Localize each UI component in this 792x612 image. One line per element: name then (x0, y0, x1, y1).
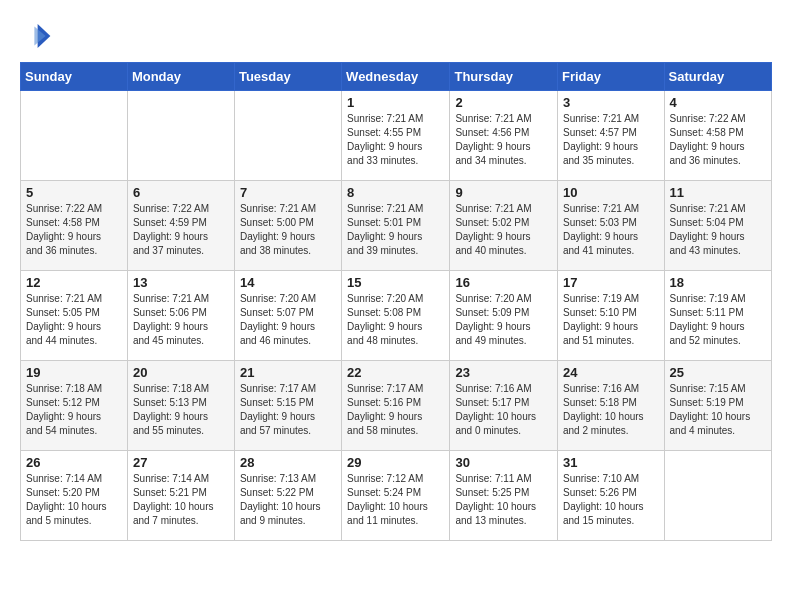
day-info: Sunrise: 7:20 AM Sunset: 5:09 PM Dayligh… (455, 292, 552, 348)
day-number: 17 (563, 275, 659, 290)
day-number: 16 (455, 275, 552, 290)
calendar-cell: 6Sunrise: 7:22 AM Sunset: 4:59 PM Daylig… (127, 181, 234, 271)
day-info: Sunrise: 7:19 AM Sunset: 5:11 PM Dayligh… (670, 292, 766, 348)
day-number: 20 (133, 365, 229, 380)
calendar-cell: 13Sunrise: 7:21 AM Sunset: 5:06 PM Dayli… (127, 271, 234, 361)
calendar-cell: 21Sunrise: 7:17 AM Sunset: 5:15 PM Dayli… (234, 361, 341, 451)
calendar-cell: 24Sunrise: 7:16 AM Sunset: 5:18 PM Dayli… (558, 361, 665, 451)
day-number: 14 (240, 275, 336, 290)
calendar-cell (127, 91, 234, 181)
day-info: Sunrise: 7:18 AM Sunset: 5:13 PM Dayligh… (133, 382, 229, 438)
calendar-cell: 17Sunrise: 7:19 AM Sunset: 5:10 PM Dayli… (558, 271, 665, 361)
calendar-cell: 12Sunrise: 7:21 AM Sunset: 5:05 PM Dayli… (21, 271, 128, 361)
day-info: Sunrise: 7:21 AM Sunset: 5:04 PM Dayligh… (670, 202, 766, 258)
calendar-cell: 5Sunrise: 7:22 AM Sunset: 4:58 PM Daylig… (21, 181, 128, 271)
day-info: Sunrise: 7:12 AM Sunset: 5:24 PM Dayligh… (347, 472, 444, 528)
day-number: 11 (670, 185, 766, 200)
day-info: Sunrise: 7:22 AM Sunset: 4:59 PM Dayligh… (133, 202, 229, 258)
calendar-cell: 23Sunrise: 7:16 AM Sunset: 5:17 PM Dayli… (450, 361, 558, 451)
day-info: Sunrise: 7:20 AM Sunset: 5:07 PM Dayligh… (240, 292, 336, 348)
calendar-cell (234, 91, 341, 181)
day-number: 27 (133, 455, 229, 470)
day-number: 24 (563, 365, 659, 380)
calendar-cell (21, 91, 128, 181)
calendar-cell: 11Sunrise: 7:21 AM Sunset: 5:04 PM Dayli… (664, 181, 771, 271)
page-container: SundayMondayTuesdayWednesdayThursdayFrid… (20, 20, 772, 541)
day-number: 30 (455, 455, 552, 470)
day-info: Sunrise: 7:16 AM Sunset: 5:18 PM Dayligh… (563, 382, 659, 438)
day-info: Sunrise: 7:15 AM Sunset: 5:19 PM Dayligh… (670, 382, 766, 438)
day-number: 22 (347, 365, 444, 380)
day-number: 9 (455, 185, 552, 200)
calendar-cell: 25Sunrise: 7:15 AM Sunset: 5:19 PM Dayli… (664, 361, 771, 451)
calendar-cell: 8Sunrise: 7:21 AM Sunset: 5:01 PM Daylig… (342, 181, 450, 271)
day-number: 26 (26, 455, 122, 470)
logo (20, 20, 56, 52)
day-info: Sunrise: 7:22 AM Sunset: 4:58 PM Dayligh… (670, 112, 766, 168)
calendar-cell: 10Sunrise: 7:21 AM Sunset: 5:03 PM Dayli… (558, 181, 665, 271)
day-number: 28 (240, 455, 336, 470)
day-number: 6 (133, 185, 229, 200)
calendar-cell: 22Sunrise: 7:17 AM Sunset: 5:16 PM Dayli… (342, 361, 450, 451)
calendar-cell: 26Sunrise: 7:14 AM Sunset: 5:20 PM Dayli… (21, 451, 128, 541)
calendar-cell: 9Sunrise: 7:21 AM Sunset: 5:02 PM Daylig… (450, 181, 558, 271)
weekday-header-saturday: Saturday (664, 63, 771, 91)
day-info: Sunrise: 7:18 AM Sunset: 5:12 PM Dayligh… (26, 382, 122, 438)
day-number: 15 (347, 275, 444, 290)
day-info: Sunrise: 7:10 AM Sunset: 5:26 PM Dayligh… (563, 472, 659, 528)
calendar-cell: 4Sunrise: 7:22 AM Sunset: 4:58 PM Daylig… (664, 91, 771, 181)
weekday-header-friday: Friday (558, 63, 665, 91)
day-number: 25 (670, 365, 766, 380)
day-info: Sunrise: 7:11 AM Sunset: 5:25 PM Dayligh… (455, 472, 552, 528)
day-number: 18 (670, 275, 766, 290)
calendar-cell: 2Sunrise: 7:21 AM Sunset: 4:56 PM Daylig… (450, 91, 558, 181)
day-number: 2 (455, 95, 552, 110)
day-number: 1 (347, 95, 444, 110)
day-number: 7 (240, 185, 336, 200)
day-number: 29 (347, 455, 444, 470)
day-number: 5 (26, 185, 122, 200)
day-info: Sunrise: 7:21 AM Sunset: 5:00 PM Dayligh… (240, 202, 336, 258)
day-info: Sunrise: 7:21 AM Sunset: 5:05 PM Dayligh… (26, 292, 122, 348)
week-row-0: 1Sunrise: 7:21 AM Sunset: 4:55 PM Daylig… (21, 91, 772, 181)
weekday-header-monday: Monday (127, 63, 234, 91)
day-number: 21 (240, 365, 336, 380)
day-info: Sunrise: 7:13 AM Sunset: 5:22 PM Dayligh… (240, 472, 336, 528)
day-info: Sunrise: 7:21 AM Sunset: 5:02 PM Dayligh… (455, 202, 552, 258)
calendar-cell: 30Sunrise: 7:11 AM Sunset: 5:25 PM Dayli… (450, 451, 558, 541)
day-info: Sunrise: 7:21 AM Sunset: 5:03 PM Dayligh… (563, 202, 659, 258)
calendar-table: SundayMondayTuesdayWednesdayThursdayFrid… (20, 62, 772, 541)
header (20, 20, 772, 52)
day-info: Sunrise: 7:20 AM Sunset: 5:08 PM Dayligh… (347, 292, 444, 348)
calendar-cell: 20Sunrise: 7:18 AM Sunset: 5:13 PM Dayli… (127, 361, 234, 451)
calendar-cell (664, 451, 771, 541)
day-info: Sunrise: 7:17 AM Sunset: 5:16 PM Dayligh… (347, 382, 444, 438)
week-row-4: 26Sunrise: 7:14 AM Sunset: 5:20 PM Dayli… (21, 451, 772, 541)
day-info: Sunrise: 7:22 AM Sunset: 4:58 PM Dayligh… (26, 202, 122, 258)
calendar-cell: 16Sunrise: 7:20 AM Sunset: 5:09 PM Dayli… (450, 271, 558, 361)
calendar-cell: 27Sunrise: 7:14 AM Sunset: 5:21 PM Dayli… (127, 451, 234, 541)
day-info: Sunrise: 7:21 AM Sunset: 4:55 PM Dayligh… (347, 112, 444, 168)
day-info: Sunrise: 7:16 AM Sunset: 5:17 PM Dayligh… (455, 382, 552, 438)
weekday-header-sunday: Sunday (21, 63, 128, 91)
day-info: Sunrise: 7:14 AM Sunset: 5:20 PM Dayligh… (26, 472, 122, 528)
weekday-header-wednesday: Wednesday (342, 63, 450, 91)
calendar-cell: 14Sunrise: 7:20 AM Sunset: 5:07 PM Dayli… (234, 271, 341, 361)
day-info: Sunrise: 7:21 AM Sunset: 4:57 PM Dayligh… (563, 112, 659, 168)
week-row-1: 5Sunrise: 7:22 AM Sunset: 4:58 PM Daylig… (21, 181, 772, 271)
weekday-header-thursday: Thursday (450, 63, 558, 91)
calendar-cell: 29Sunrise: 7:12 AM Sunset: 5:24 PM Dayli… (342, 451, 450, 541)
calendar-cell: 28Sunrise: 7:13 AM Sunset: 5:22 PM Dayli… (234, 451, 341, 541)
calendar-cell: 3Sunrise: 7:21 AM Sunset: 4:57 PM Daylig… (558, 91, 665, 181)
day-info: Sunrise: 7:21 AM Sunset: 4:56 PM Dayligh… (455, 112, 552, 168)
day-info: Sunrise: 7:14 AM Sunset: 5:21 PM Dayligh… (133, 472, 229, 528)
weekday-header-tuesday: Tuesday (234, 63, 341, 91)
calendar-cell: 15Sunrise: 7:20 AM Sunset: 5:08 PM Dayli… (342, 271, 450, 361)
week-row-3: 19Sunrise: 7:18 AM Sunset: 5:12 PM Dayli… (21, 361, 772, 451)
week-row-2: 12Sunrise: 7:21 AM Sunset: 5:05 PM Dayli… (21, 271, 772, 361)
weekday-header-row: SundayMondayTuesdayWednesdayThursdayFrid… (21, 63, 772, 91)
day-info: Sunrise: 7:21 AM Sunset: 5:01 PM Dayligh… (347, 202, 444, 258)
day-number: 3 (563, 95, 659, 110)
day-number: 23 (455, 365, 552, 380)
calendar-cell: 1Sunrise: 7:21 AM Sunset: 4:55 PM Daylig… (342, 91, 450, 181)
